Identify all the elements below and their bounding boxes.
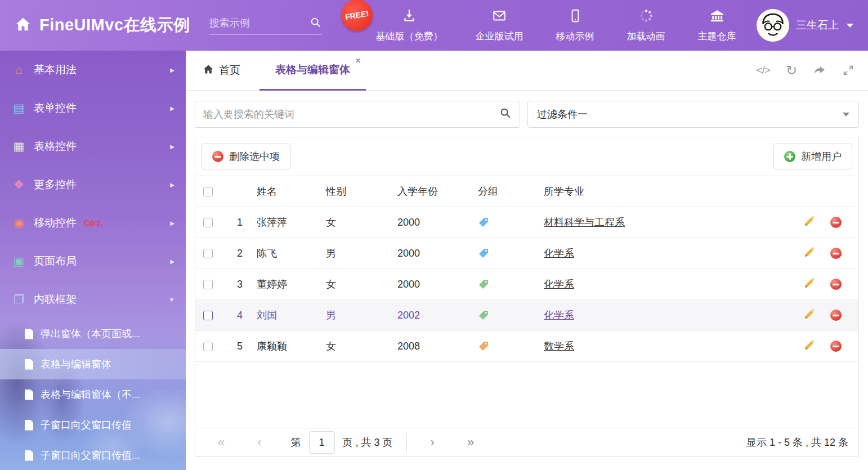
header-search[interactable] (209, 16, 322, 35)
bank-icon (710, 8, 724, 26)
sidebar-item[interactable]: ◉ 移动控件 Corp. (0, 204, 186, 242)
nav-theme-store[interactable]: 主题仓库 (698, 8, 736, 43)
major-link[interactable]: 化学系 (544, 310, 574, 321)
delete-minus-circle-icon[interactable] (830, 341, 842, 352)
chevron-down-icon (847, 24, 853, 28)
cell-name: 康颖颖 (243, 339, 312, 353)
main-content: 首页 表格与编辑窗体 × </> ↻ 过滤条件一 (186, 51, 868, 470)
cell-year: 2008 (383, 341, 464, 352)
delete-minus-circle-icon[interactable] (830, 248, 842, 259)
cell-group (464, 310, 530, 321)
sidebar-subitem-label: 表格与编辑窗体（不... (41, 388, 140, 401)
row-checkbox[interactable] (203, 249, 213, 258)
cell-year: 2000 (383, 279, 464, 290)
sidebar-item[interactable]: ❖ 更多控件 (0, 165, 186, 204)
tab-home[interactable]: 首页 (203, 63, 240, 78)
nav-mobile-demo[interactable]: 移动示例 (556, 8, 594, 43)
page-label: 第 (291, 436, 301, 449)
page-total-label: 页 , 共 3 页 (343, 436, 393, 449)
delete-minus-circle-icon[interactable] (830, 279, 842, 290)
select-all-checkbox[interactable] (203, 187, 213, 196)
sidebar-item[interactable]: ❐ 内联框架 (0, 280, 186, 319)
delete-button-label: 删除选中项 (229, 150, 280, 163)
delete-minus-circle-icon[interactable] (830, 217, 842, 228)
sidebar-item[interactable]: ▦ 表格控件 (0, 127, 186, 165)
last-page-button[interactable]: » (467, 435, 474, 450)
table-row[interactable]: 2 陈飞 男 2000 化学系 (195, 238, 858, 269)
first-page-button[interactable]: « (218, 435, 225, 450)
cell-gender: 女 (312, 277, 383, 291)
user-menu[interactable]: 三生石上 (757, 9, 853, 42)
cell-major: 数学系 (530, 339, 786, 353)
table-row[interactable]: 1 张萍萍 女 2000 材料科学与工程系 (195, 207, 858, 238)
tab-toolbar: </> ↻ (756, 62, 854, 78)
major-link[interactable]: 数学系 (544, 341, 574, 352)
cell-group (464, 341, 530, 352)
mobile-icon (568, 8, 583, 26)
code-icon[interactable]: </> (756, 64, 769, 77)
nav-enterprise-trial[interactable]: 企业版试用 (476, 8, 524, 43)
row-number: 4 (220, 310, 243, 321)
major-link[interactable]: 材料科学与工程系 (544, 217, 625, 228)
edit-pencil-icon[interactable] (803, 246, 816, 261)
edit-pencil-icon[interactable] (803, 277, 816, 292)
prev-page-button[interactable]: ‹ (257, 435, 261, 450)
fullscreen-icon[interactable] (842, 64, 854, 77)
table-row[interactable]: 5 康颖颖 女 2008 数学系 (195, 331, 858, 362)
filter-dropdown-value: 过滤条件一 (537, 108, 588, 121)
search-icon[interactable] (499, 107, 512, 122)
corp-badge: Corp. (84, 218, 103, 227)
next-page-button[interactable]: › (431, 435, 435, 450)
nav-basic-edition[interactable]: FREE! 基础版（免费） (376, 8, 443, 43)
delete-minus-circle-icon[interactable] (830, 310, 842, 321)
share-icon[interactable] (813, 64, 826, 77)
row-checkbox[interactable] (203, 218, 213, 227)
row-checkbox[interactable] (203, 311, 213, 320)
chevron-down-icon (843, 113, 849, 117)
add-user-button[interactable]: 新增用户 (773, 144, 852, 169)
row-checkbox[interactable] (203, 342, 213, 351)
sidebar-subitem[interactable]: 弹出窗体（本页面或... (0, 319, 186, 349)
refresh-icon[interactable]: ↻ (786, 62, 797, 78)
nav-label: 移动示例 (556, 30, 594, 43)
cell-major: 化学系 (530, 308, 786, 322)
sidebar-subitem[interactable]: 表格与编辑窗体（不... (0, 379, 186, 410)
major-link[interactable]: 化学系 (544, 248, 574, 259)
sidebar: ⌂ 基本用法 ▤ 表单控件 ▦ 表格控件 ❖ 更多控件 ◉ 移动控件 Corp.… (0, 51, 186, 470)
file-icon (25, 390, 33, 400)
brand[interactable]: FineUIMvc在线示例 (15, 14, 190, 37)
table-header: 姓名 性别 入学年份 分组 所学专业 (195, 176, 858, 207)
cell-group (464, 217, 530, 228)
nav-label: 企业版试用 (476, 30, 524, 43)
sidebar-item[interactable]: ▤ 表单控件 (0, 89, 186, 127)
edit-pencil-icon[interactable] (803, 308, 816, 323)
row-number: 5 (220, 341, 243, 352)
sidebar-subitem[interactable]: 表格与编辑窗体 (0, 349, 186, 379)
sidebar-item[interactable]: ▣ 页面布局 (0, 242, 186, 280)
major-link[interactable]: 化学系 (544, 279, 574, 290)
search-icon[interactable] (310, 16, 322, 31)
edit-pencil-icon[interactable] (803, 339, 816, 354)
free-badge: FREE! (338, 0, 375, 33)
filter-dropdown[interactable]: 过滤条件一 (527, 101, 859, 128)
table-row[interactable]: 3 董婷婷 女 2000 化学系 (195, 269, 858, 300)
header-search-input[interactable] (209, 17, 305, 29)
close-icon[interactable]: × (355, 55, 361, 66)
row-checkbox[interactable] (203, 280, 213, 289)
sidebar-item-label: 移动控件 (34, 216, 77, 230)
download-icon (402, 8, 417, 26)
keyword-search-input[interactable] (203, 109, 499, 120)
tab-bar: 首页 表格与编辑窗体 × </> ↻ (186, 51, 868, 91)
nav-loading-animation[interactable]: 加载动画 (627, 8, 665, 43)
page-input[interactable] (309, 431, 335, 454)
edit-pencil-icon[interactable] (803, 215, 816, 230)
cell-name: 张萍萍 (243, 216, 312, 229)
sidebar-subitem[interactable]: 子窗口向父窗口传值 (0, 410, 186, 440)
table-row[interactable]: 4 刘国 男 2002 化学系 (195, 300, 858, 331)
tab-active[interactable]: 表格与编辑窗体 × (259, 51, 366, 91)
add-button-label: 新增用户 (801, 150, 842, 163)
sidebar-subitem[interactable]: 子窗口向父窗口传值... (0, 440, 186, 470)
sidebar-item[interactable]: ⌂ 基本用法 (0, 51, 186, 89)
col-group: 分组 (464, 185, 530, 198)
delete-selected-button[interactable]: 删除选中项 (202, 144, 290, 169)
